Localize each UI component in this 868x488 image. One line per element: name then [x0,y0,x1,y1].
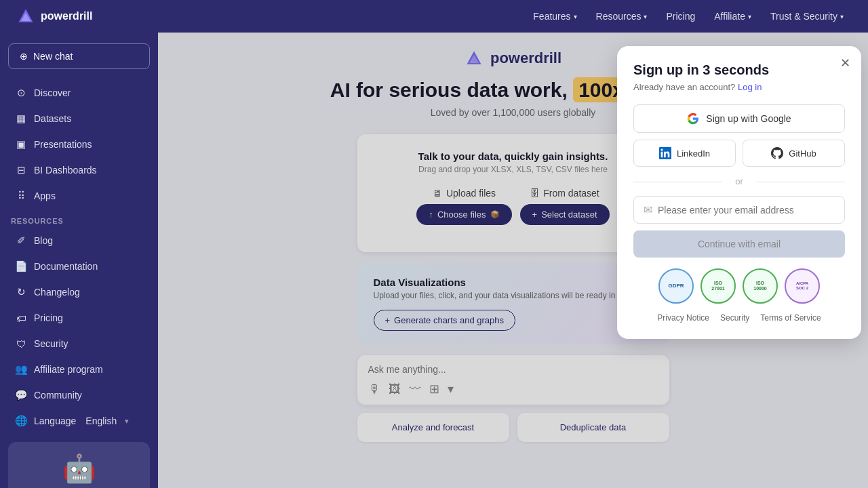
privacy-notice-link[interactable]: Privacy Notice [657,313,709,323]
pricing-icon: 🏷 [15,312,27,324]
choose-files-button[interactable]: ↑ Choose files 📦 [416,204,511,225]
hero-subtext: Loved by over 1,100,000 users globally [431,107,596,118]
google-icon [687,113,699,125]
dropbox-icon: 📦 [490,210,500,219]
datasets-icon: ▦ [15,113,27,125]
signup-modal: ✕ Sign up in 3 seconds Already have an a… [617,46,861,339]
viz-card-subtitle: Upload your files, click, and your data … [374,291,653,300]
iso-27001-badge: ISO27001 [701,268,736,304]
sidebar-item-bi-dashboards[interactable]: ⊟ BI Dashboards [4,158,154,182]
social-row: LinkedIn GitHub [633,140,845,167]
chevron-down-icon: ▾ [748,13,751,20]
chevron-down-icon[interactable]: ▾ [448,382,454,396]
changelog-icon: ↻ [15,286,27,298]
sidebar-item-datasets[interactable]: ▦ Datasets [4,106,154,131]
trust-badges: GDPR ISO27001 ISO10000 AICPASOC 2 [633,268,845,304]
iso-10000-badge: ISO10000 [743,268,778,304]
chevron-down-icon: ▾ [574,13,577,20]
brand-header: powerdrill [465,49,561,68]
resources-section-title: Resources [0,209,158,228]
google-signup-button[interactable]: Sign up with Google [633,104,845,133]
sidebar-item-blog[interactable]: ✐ Blog [4,228,154,253]
app-logo[interactable]: powerdrill [16,7,92,26]
continue-email-button[interactable]: Continue with email [633,230,845,258]
language-value: English [85,415,117,426]
chat-input[interactable] [368,364,658,375]
sidebar-item-changelog[interactable]: ↻ Changelog [4,280,154,304]
bi-dashboards-icon: ⊟ [15,164,27,176]
community-icon: 💬 [15,389,27,401]
modal-footer: Privacy Notice Security Terms of Service [633,313,845,323]
terms-link[interactable]: Terms of Service [760,313,821,323]
chevron-down-icon: ▾ [644,13,647,20]
dataset-icon: 🗄 [530,188,539,199]
app-name: powerdrill [41,10,92,22]
nav-pricing[interactable]: Pricing [658,7,703,26]
upload-card-title: Talk to your data, quickly gain insights… [374,150,653,162]
dataset-option: 🗄 From dataset + Select dataset [520,188,610,225]
generate-plus-icon: + [385,315,391,325]
sidebar-item-documentation[interactable]: 📄 Documentation [4,254,154,279]
presentations-icon: ▣ [15,138,27,150]
chevron-down-icon: ▾ [840,13,844,20]
linkedin-icon [659,147,671,159]
plus-icon: ⊕ [20,51,28,62]
action-card-deduplicate[interactable]: Deduplicate data [517,413,669,442]
upload-files-option: 🖥 Upload files ↑ Choose files 📦 [416,188,511,225]
brand-logo-icon [465,49,484,68]
nav-features[interactable]: Features ▾ [525,7,585,26]
soc2-badge: AICPASOC 2 [785,268,820,304]
promo-mascot: 🤖 [19,453,139,485]
linkedin-signup-button[interactable]: LinkedIn [633,140,736,167]
github-icon [771,147,783,159]
language-selector[interactable]: 🌐 Language English ▾ [4,409,154,433]
sidebar-item-affiliate[interactable]: 👥 Affiliate program [4,357,154,382]
apps-icon: ⠿ [15,190,27,202]
action-cards: Analyze and forecast Deduplicate data [357,413,669,442]
generate-charts-button[interactable]: + Generate charts and graphs [374,310,515,331]
nav-resources[interactable]: Resources ▾ [588,7,656,26]
sidebar-item-presentations[interactable]: ▣ Presentations [4,132,154,157]
discover-icon: ⊙ [15,87,27,99]
select-dataset-button[interactable]: + Select dataset [520,204,610,225]
security-link[interactable]: Security [720,313,749,323]
sidebar-item-discover[interactable]: ⊙ Discover [4,81,154,105]
brand-name: powerdrill [490,49,561,67]
sidebar: ⊕ New chat ⊙ Discover ▦ Datasets ▣ Prese… [0,33,158,488]
microphone-icon[interactable]: 🎙 [368,382,380,396]
sidebar-item-pricing[interactable]: 🏷 Pricing [4,306,154,330]
sidebar-item-security[interactable]: 🛡 Security [4,331,154,356]
blog-icon: ✐ [15,235,27,247]
viz-card-title: Data Visualizations [374,277,653,288]
nav-affiliate[interactable]: Affiliate ▾ [706,7,760,26]
github-signup-button[interactable]: GitHub [743,140,845,167]
upload-card-subtitle: Drag and drop your XLSX, XLS, TSV, CSV f… [374,165,653,174]
language-icon: 🌐 [15,415,27,427]
affiliate-icon: 👥 [15,363,27,375]
login-link[interactable]: Log in [738,82,762,92]
modal-close-button[interactable]: ✕ [840,57,850,69]
new-chat-button[interactable]: ⊕ New chat [8,43,150,69]
language-chevron-icon: ▾ [125,417,129,426]
gdpr-badge: GDPR [658,268,694,304]
email-icon: ✉ [644,203,652,216]
action-card-analyze[interactable]: Analyze and forecast [357,413,509,442]
sidebar-promo: 🤖 Swift insights from knowledge and data… [8,442,150,488]
chat-input-area: 🎙 🖼 〰 ⊞ ▾ [357,355,669,405]
plus-circle-icon: + [532,209,538,220]
sidebar-item-apps[interactable]: ⠿ Apps [4,184,154,208]
modal-subtitle: Already have an account? Log in [633,82,845,92]
top-nav: powerdrill Features ▾ Resources ▾ Pricin… [0,0,868,33]
upload-arrow-icon: ↑ [429,209,433,220]
email-input[interactable] [658,205,835,216]
chat-tools: 🎙 🖼 〰 ⊞ ▾ [368,382,658,396]
nav-trust-security[interactable]: Trust & Security ▾ [762,7,852,26]
or-divider: or [633,176,845,186]
grid-icon[interactable]: ⊞ [429,382,439,396]
security-icon: 🛡 [15,338,27,350]
email-input-wrap: ✉ [633,196,845,224]
audio-wave-icon[interactable]: 〰 [409,382,421,396]
sidebar-item-community[interactable]: 💬 Community [4,383,154,407]
top-nav-links: Features ▾ Resources ▾ Pricing Affiliate… [525,7,852,26]
image-icon[interactable]: 🖼 [389,382,401,396]
